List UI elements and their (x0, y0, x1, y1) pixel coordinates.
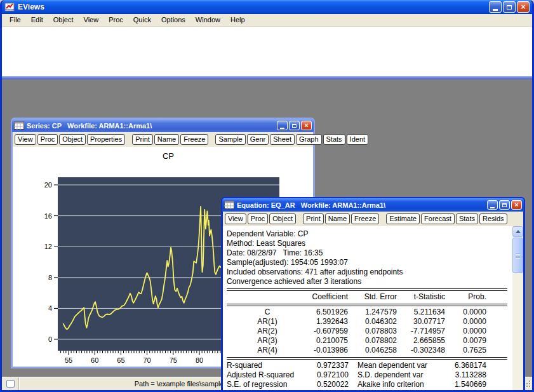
double-rule (227, 357, 507, 360)
minimize-icon[interactable] (277, 121, 288, 130)
x-tick-label: 70 (143, 356, 150, 364)
minimize-icon[interactable] (489, 1, 502, 13)
equation-titlebar[interactable]: Equation: EQ_AR Workfile: ARMA1::Arma1\ … (222, 198, 524, 212)
stat-label: R-squared (227, 361, 308, 370)
toolbar-button-genr[interactable]: Genr (247, 134, 269, 145)
stat-label: Schwarz criterion (357, 389, 446, 392)
restore-icon[interactable] (503, 1, 516, 13)
coef-cell: AR(1) (227, 317, 308, 327)
close-icon[interactable]: × (517, 1, 530, 13)
regression-header-line: Convergence achieved after 3 iterations (227, 277, 508, 287)
series-toolbar: ViewProcObjectPropertiesPrintNameFreezeS… (13, 132, 313, 147)
close-icon[interactable]: × (301, 121, 312, 130)
restore-icon[interactable] (499, 200, 510, 210)
stat-value: 6.368174 (446, 361, 486, 370)
toolbar-button-freeze[interactable]: Freeze (180, 134, 208, 145)
toolbar-button-ident[interactable]: Ident (347, 134, 368, 145)
toolbar-button-resids[interactable]: Resids (479, 213, 507, 224)
coef-cell: 0.210075 (308, 336, 348, 346)
minimize-icon[interactable] (487, 200, 498, 210)
coef-table-header: CoefficientStd. Errort-StatisticProb. (227, 292, 523, 302)
menu-item-options[interactable]: Options (156, 14, 190, 26)
toolbar-button-view[interactable]: View (225, 213, 246, 224)
stat-value: 0.972337 (308, 361, 349, 370)
coef-cell: -0.302348 (397, 346, 445, 355)
menu-item-window[interactable]: Window (190, 14, 225, 26)
regression-header-line: Method: Least Squares (227, 239, 508, 248)
coef-cell: 0.0000 (445, 317, 486, 327)
menu-item-object[interactable]: Object (48, 14, 79, 26)
regression-output: Dependent Variable: CPMethod: Least Squa… (223, 226, 523, 392)
toolbar-button-proc[interactable]: Proc (248, 213, 269, 224)
toolbar-button-properties[interactable]: Properties (87, 134, 125, 145)
x-tick-label: 60 (91, 356, 98, 364)
scrollbar-thumb[interactable] (512, 238, 523, 273)
app-titlebar[interactable]: EViews × (2, 0, 532, 14)
vertical-scrollbar[interactable] (512, 226, 523, 392)
stat-gap (349, 389, 357, 392)
stat-label: Sum squared resid (227, 389, 308, 392)
toolbar-group: PrintNameFreeze (302, 213, 380, 224)
toolbar-button-forecast[interactable]: Forecast (421, 213, 455, 224)
stat-value: 0.520022 (308, 380, 349, 389)
stat-value: 126.0173 (308, 389, 349, 392)
restore-icon[interactable] (289, 121, 300, 130)
stat-gap (349, 361, 357, 370)
toolbar-button-sample[interactable]: Sample (215, 134, 245, 145)
double-rule (227, 288, 507, 291)
coef-cell: 0.046302 (348, 317, 397, 327)
chart-title: CP (163, 151, 174, 161)
eviews-main-window: EViews × FileEditObjectViewProcQuickOpti… (0, 0, 534, 392)
coef-cell: AR(2) (227, 327, 308, 336)
coef-cell: 0.078802 (348, 336, 397, 346)
regression-header-line: Dependent Variable: CP (227, 229, 508, 239)
coef-cell: 30.07717 (397, 317, 445, 327)
stat-value: 3.113288 (446, 370, 486, 380)
menu-item-view[interactable]: View (79, 14, 104, 26)
toolbar-button-view[interactable]: View (15, 134, 36, 145)
series-window-icon (14, 121, 24, 130)
close-icon[interactable]: × (511, 200, 522, 210)
capture-box-icon[interactable] (6, 380, 15, 388)
stat-value: 1.540669 (446, 380, 486, 389)
toolbar-button-print[interactable]: Print (303, 213, 324, 224)
toolbar-button-name[interactable]: Name (154, 134, 179, 145)
menu-item-proc[interactable]: Proc (103, 14, 128, 26)
toolbar-button-graph[interactable]: Graph (296, 134, 322, 145)
x-tick-label: 65 (117, 356, 124, 364)
coef-cell: 1.392643 (308, 317, 348, 327)
menu-item-help[interactable]: Help (225, 14, 250, 26)
toolbar-button-sheet[interactable]: Sheet (270, 134, 295, 145)
toolbar-group: SampleGenrSheetGraphStatsIdent (215, 134, 369, 145)
y-tick-label: 8 (48, 274, 52, 281)
toolbar-button-stats[interactable]: Stats (456, 213, 478, 224)
y-tick-label: 16 (44, 212, 52, 220)
coef-cell: 6.501926 (308, 308, 348, 317)
coef-cell: 0.0000 (445, 327, 486, 336)
coef-cell: C (227, 308, 308, 317)
series-window-title: Series: CP Workfile: ARMA1::Arma1\ (27, 122, 152, 130)
menu-item-file[interactable]: File (4, 14, 26, 26)
toolbar-group: PrintNameFreeze (131, 134, 209, 145)
command-input[interactable] (2, 27, 532, 76)
toolbar-button-stats[interactable]: Stats (323, 134, 345, 145)
toolbar-group: EstimateForecastStatsResids (385, 213, 507, 224)
y-tick-label: 20 (44, 181, 52, 189)
toolbar-button-object[interactable]: Object (59, 134, 86, 145)
toolbar-button-estimate[interactable]: Estimate (386, 213, 420, 224)
menu-item-quick[interactable]: Quick (128, 14, 156, 26)
toolbar-button-object[interactable]: Object (269, 213, 296, 224)
menu-item-edit[interactable]: Edit (26, 14, 48, 26)
coef-cell: AR(3) (227, 336, 308, 346)
scroll-up-icon[interactable] (512, 226, 523, 237)
toolbar-button-freeze[interactable]: Freeze (351, 213, 379, 224)
series-titlebar[interactable]: Series: CP Workfile: ARMA1::Arma1\ × (12, 119, 314, 132)
y-tick-label: 0 (48, 335, 52, 343)
coef-col-header: Coefficient (308, 292, 348, 302)
workarea: Series: CP Workfile: ARMA1::Arma1\ × Vie… (2, 79, 532, 377)
toolbar-button-print[interactable]: Print (132, 134, 153, 145)
eviews-app-icon (4, 2, 15, 12)
toolbar-button-name[interactable]: Name (325, 213, 350, 224)
coef-cell: 0.0079 (445, 336, 486, 346)
toolbar-button-proc[interactable]: Proc (37, 134, 58, 145)
